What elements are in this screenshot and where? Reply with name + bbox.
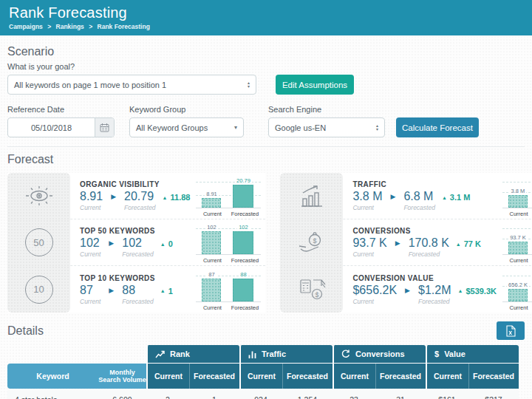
table-row-traffic-forecasted: 1,254 bbox=[282, 390, 332, 399]
keyword-group-select[interactable]: All Keyword Groups ▾ bbox=[129, 117, 244, 137]
chart-forecasted-label: Forecasted bbox=[228, 257, 261, 264]
breadcrumb-separator: > bbox=[47, 23, 51, 30]
chart-forecasted-label: Forecasted bbox=[228, 211, 261, 217]
card-title: CONVERSION VALUE bbox=[352, 274, 497, 282]
value-forecasted-header: Forecasted bbox=[468, 364, 519, 389]
calculate-forecast-button[interactable]: Calculate Forecast bbox=[396, 117, 479, 137]
forecasted-label: Forecasted bbox=[124, 204, 156, 211]
edit-assumptions-button[interactable]: Edit Assumptions bbox=[276, 75, 354, 95]
chart-baseline bbox=[502, 208, 532, 208]
chart-current-label: Current bbox=[502, 211, 532, 217]
excel-file-icon bbox=[506, 325, 516, 337]
top-10-keywords-card: 10 TOP 10 KEYWORDS 87 Current ▶ 88 Forec… bbox=[7, 266, 265, 313]
page-title: Rank Forecasting bbox=[9, 4, 532, 21]
select-spinner-icon: ▴▾ bbox=[372, 124, 378, 132]
delta-value: ▲ 1 bbox=[160, 287, 173, 296]
reference-date-input[interactable]: 05/10/2018 bbox=[7, 117, 115, 137]
breadcrumb-campaigns[interactable]: Campaigns bbox=[9, 23, 43, 30]
chart-baseline bbox=[196, 208, 261, 208]
current-bar bbox=[202, 231, 221, 254]
chart-baseline bbox=[502, 301, 532, 302]
circle-50-icon: 50 bbox=[7, 219, 70, 266]
play-arrow-icon: ▶ bbox=[111, 193, 116, 200]
current-value: 93.7 K bbox=[352, 236, 386, 250]
forecasted-bar-gridline bbox=[502, 228, 532, 229]
forecasted-label: Forecasted bbox=[122, 298, 154, 305]
bar-chart-icon bbox=[248, 350, 256, 358]
breadcrumb-rankings[interactable]: Rankings bbox=[56, 23, 84, 30]
chart-current-label: Current bbox=[196, 304, 228, 311]
forecasted-value: 88 bbox=[122, 284, 154, 297]
play-arrow-icon: ▶ bbox=[109, 287, 114, 294]
play-arrow-icon: ▶ bbox=[405, 287, 410, 294]
chart-current-label: Current bbox=[196, 211, 228, 217]
forecasted-label: Forecasted bbox=[409, 250, 449, 258]
table-row-conversions-current: 23 bbox=[332, 390, 375, 399]
table-row-rank-current: 2 bbox=[146, 390, 189, 399]
search-engine-value: Google us-EN bbox=[275, 123, 326, 132]
forecast-heading: Forecast bbox=[7, 153, 525, 166]
top-50-keywords-card: 50 TOP 50 KEYWORDS 102 Current ▶ 102 For… bbox=[7, 219, 265, 266]
play-arrow-icon: ▶ bbox=[109, 239, 114, 247]
details-table: Rank Traffic Conversions $ bbox=[7, 345, 525, 399]
delta-value: ▲ 0 bbox=[160, 239, 173, 248]
eye-icon bbox=[7, 173, 70, 219]
current-bar-value: 8.91 bbox=[195, 191, 228, 197]
traffic-group-header: Traffic bbox=[239, 345, 332, 363]
goal-select-value: All keywords on page 1 move to position … bbox=[14, 81, 166, 89]
play-arrow-icon: ▶ bbox=[390, 193, 395, 200]
goal-select[interactable]: All keywords on page 1 move to position … bbox=[7, 75, 256, 95]
line-chart-icon bbox=[155, 350, 165, 358]
delta-value: ▲ 3.1 M bbox=[442, 193, 470, 202]
up-arrow-icon: ▲ bbox=[160, 242, 166, 247]
current-label: Current bbox=[80, 250, 100, 258]
current-bar bbox=[202, 198, 221, 208]
chart-baseline bbox=[196, 254, 261, 255]
conversion-value-card: $ CONVERSION VALUE $656.2K Current ▶ $1.… bbox=[280, 266, 532, 313]
forecasted-bar bbox=[233, 231, 253, 254]
current-bar bbox=[202, 279, 221, 301]
traffic-current-header: Current bbox=[239, 364, 282, 389]
current-label: Current bbox=[80, 298, 100, 305]
current-value: 87 bbox=[80, 284, 100, 297]
forecasted-label: Forecasted bbox=[403, 204, 435, 211]
mini-bar-chart: 3.8 M 6.8 M Current Forecasted bbox=[502, 174, 532, 217]
section-divider bbox=[7, 146, 525, 147]
forecasted-value: 20.79 bbox=[124, 190, 156, 203]
forecasted-bar-value: 102 bbox=[227, 224, 259, 231]
current-bar bbox=[508, 195, 528, 208]
organic-visibility-card: ORGANIC VISIBILITY 8.91 Current ▶ 20.79 … bbox=[7, 173, 265, 219]
table-row-traffic-current: 924 bbox=[239, 390, 282, 399]
search-engine-select[interactable]: Google us-EN ▴▾ bbox=[268, 117, 385, 137]
forecasted-label: Forecasted bbox=[418, 298, 451, 305]
current-bar bbox=[508, 242, 528, 254]
reference-date-value: 05/10/2018 bbox=[8, 123, 95, 132]
card-title: CONVERSIONS bbox=[352, 227, 497, 235]
chart-current-label: Current bbox=[502, 257, 532, 264]
rank-group-header: Rank bbox=[146, 345, 239, 363]
delta-value: ▲ $539.3K bbox=[457, 287, 497, 296]
scenario-heading: Scenario bbox=[7, 45, 525, 58]
mini-bar-chart: 656.2 K 1.2 M Current Forecasted bbox=[502, 268, 532, 311]
current-label: Current bbox=[352, 204, 382, 211]
app-header: Rank Forecasting Campaigns > Rankings > … bbox=[0, 0, 532, 35]
chart-baseline bbox=[196, 301, 261, 302]
calculator-value-icon: $ bbox=[280, 266, 343, 313]
current-value: 3.8 M bbox=[352, 190, 382, 203]
value-current-header: Current bbox=[426, 364, 468, 389]
current-value: 102 bbox=[80, 236, 100, 250]
export-excel-button[interactable] bbox=[497, 321, 525, 340]
current-bar-value: 3.8 M bbox=[502, 188, 532, 194]
refresh-icon bbox=[341, 349, 350, 358]
calendar-icon[interactable] bbox=[95, 118, 114, 137]
reference-date-label: Reference Date bbox=[7, 105, 129, 114]
details-heading: Details bbox=[7, 324, 44, 338]
current-label: Current bbox=[80, 204, 103, 211]
card-title: TRAFFIC bbox=[352, 180, 497, 188]
rank-forecasting-page: Rank Forecasting Campaigns > Rankings > … bbox=[0, 0, 532, 399]
keyword-group-value: All Keyword Groups bbox=[136, 123, 208, 132]
conversions-group-header: Conversions bbox=[332, 345, 426, 363]
delta-value: ▲ 77 K bbox=[456, 239, 481, 248]
dollar-icon: $ bbox=[434, 349, 439, 358]
card-title: TOP 10 KEYWORDS bbox=[80, 274, 190, 282]
